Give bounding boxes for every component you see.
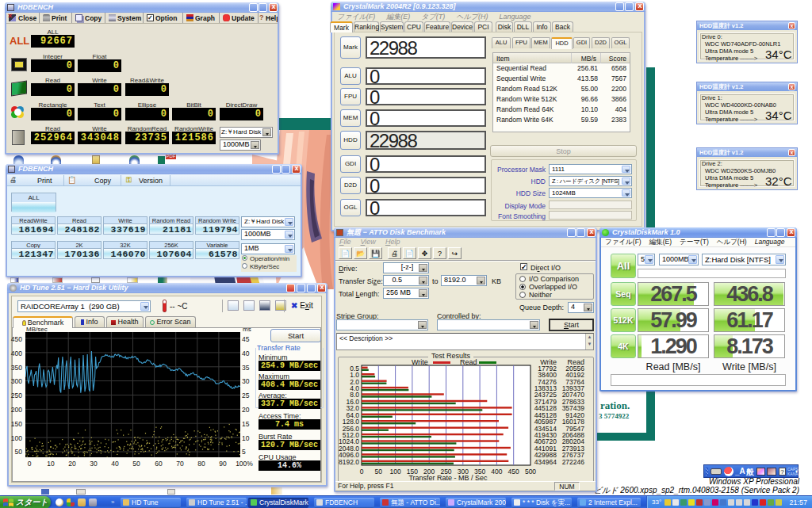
svg-text:0: 0 <box>360 468 364 476</box>
svg-text:272246: 272246 <box>562 458 585 466</box>
svg-text:434964: 434964 <box>534 458 557 466</box>
svg-text:8192.0: 8192.0 <box>339 458 359 466</box>
